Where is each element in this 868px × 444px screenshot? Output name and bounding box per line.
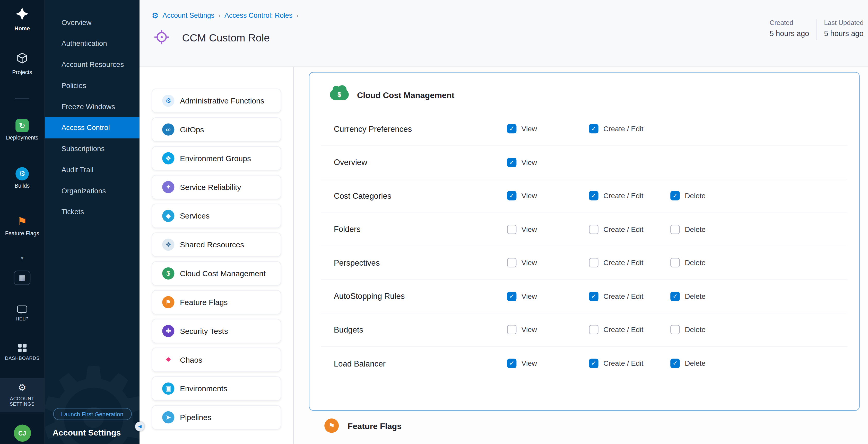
checkbox-create-edit-perspectives[interactable]	[589, 258, 598, 268]
chat-bubble-icon	[17, 305, 27, 313]
shared-resources-icon: ❖	[162, 239, 174, 251]
nav-help[interactable]: HELP	[5, 305, 39, 322]
permission-label: Currency Preferences	[334, 124, 507, 133]
module-selector-button[interactable]: ▦	[14, 271, 31, 285]
module-item-administrative-functions[interactable]: ⚙Administrative Functions	[152, 89, 281, 113]
cloud-cost-management-icon: $	[162, 267, 174, 280]
module-list: ⚙Administrative Functions∞GitOps❖Environ…	[140, 67, 293, 430]
permission-cell: Delete	[670, 325, 847, 335]
checkbox-create-edit-currency-preferences[interactable]: ✓	[589, 124, 598, 134]
checkbox-create-edit-budgets[interactable]	[589, 325, 598, 335]
permission-cell: ✓Create / Edit	[589, 292, 670, 301]
sidebar-item-overview[interactable]: Overview	[45, 12, 140, 33]
module-item-environments[interactable]: ▣Environments	[152, 376, 281, 401]
sidebar-item-authentication[interactable]: Authentication	[45, 33, 140, 54]
feature-flags-section-title: Feature Flags	[348, 421, 402, 431]
nav-projects-label: Projects	[12, 69, 32, 76]
nav-deployments[interactable]: ↻ Deployments	[6, 119, 38, 141]
module-item-environment-groups[interactable]: ❖Environment Groups	[152, 146, 281, 171]
checkbox-view-overview[interactable]: ✓	[507, 158, 517, 167]
module-item-gitops[interactable]: ∞GitOps	[152, 117, 281, 142]
nav-projects[interactable]: Projects	[12, 51, 32, 76]
nav-dashboards[interactable]: DASHBOARDS	[5, 344, 39, 361]
checkbox-delete-autostopping-rules[interactable]: ✓	[670, 292, 680, 301]
nav-account-settings[interactable]: ⚙ ACCOUNT SETTINGS	[0, 378, 44, 412]
checkbox-view-load-balancer[interactable]: ✓	[507, 359, 517, 368]
checkbox-view-folders[interactable]	[507, 225, 517, 234]
apps-grid-icon: ▦	[19, 273, 26, 282]
rail-divider	[15, 98, 29, 99]
permission-rows: Currency Preferences✓View✓Create / EditO…	[309, 113, 859, 380]
sidebar-item-freeze-windows[interactable]: Freeze Windows	[45, 96, 140, 117]
sidebar-item-audit-trail[interactable]: Audit Trail	[45, 159, 140, 181]
permission-column-label: View	[522, 292, 537, 300]
permission-cell: ✓View	[507, 191, 589, 200]
nav-home[interactable]: Home	[14, 7, 30, 32]
checkbox-delete-perspectives[interactable]	[670, 258, 680, 268]
sidebar-item-account-resources[interactable]: Account Resources	[45, 54, 140, 75]
checkbox-create-edit-cost-categories[interactable]: ✓	[589, 191, 598, 200]
meta-divider	[816, 19, 817, 40]
permission-column-label: Create / Edit	[603, 326, 643, 334]
module-panel: ⚙Administrative Functions∞GitOps❖Environ…	[140, 67, 294, 444]
chevron-down-icon[interactable]: ▼	[20, 255, 25, 260]
checkbox-create-edit-load-balancer[interactable]: ✓	[589, 359, 598, 368]
module-label: Service Reliability	[180, 183, 241, 191]
checkbox-create-edit-autostopping-rules[interactable]: ✓	[589, 292, 598, 301]
checkbox-view-autostopping-rules[interactable]: ✓	[507, 292, 517, 301]
breadcrumb-account-settings[interactable]: Account Settings	[162, 11, 214, 19]
nav-deployments-label: Deployments	[6, 135, 38, 141]
launch-first-generation-button[interactable]: Launch First Generation	[53, 408, 131, 420]
module-item-chaos[interactable]: ✸Chaos	[152, 348, 281, 372]
checkbox-view-currency-preferences[interactable]: ✓	[507, 124, 517, 134]
feature-flags-section-header: ⚑ Feature Flags	[324, 418, 402, 433]
permission-cell: ✓View	[507, 292, 589, 301]
module-item-shared-resources[interactable]: ❖Shared Resources	[152, 232, 281, 257]
checkbox-delete-folders[interactable]	[670, 225, 680, 234]
module-item-feature-flags[interactable]: ⚑Feature Flags	[152, 290, 281, 315]
module-item-pipelines[interactable]: ➤Pipelines	[152, 405, 281, 430]
module-item-services[interactable]: ◆Services	[152, 203, 281, 228]
checkbox-view-budgets[interactable]	[507, 325, 517, 335]
checkbox-delete-budgets[interactable]	[670, 325, 680, 335]
sidebar-item-subscriptions[interactable]: Subscriptions	[45, 138, 140, 160]
sidebar-title: Account Settings	[45, 428, 140, 437]
sidebar-item-access-control[interactable]: Access Control	[45, 117, 140, 138]
permission-cell: ✓Create / Edit	[589, 124, 670, 134]
permission-label: AutoStopping Rules	[334, 292, 507, 300]
module-item-cloud-cost-management[interactable]: $Cloud Cost Management	[152, 261, 281, 286]
checkbox-view-perspectives[interactable]	[507, 258, 517, 268]
nav-feature-flags[interactable]: ⚑ Feature Flags	[5, 215, 39, 237]
sidebar-item-organizations[interactable]: Organizations	[45, 181, 140, 201]
ccm-permissions-card: $ Cloud Cost Management Currency Prefere…	[309, 72, 860, 411]
security-tests-icon: ✚	[162, 325, 174, 337]
breadcrumb-access-control-roles[interactable]: Access Control: Roles	[224, 11, 292, 19]
checkbox-delete-cost-categories[interactable]: ✓	[670, 191, 680, 200]
permission-column-label: Delete	[685, 326, 706, 334]
permission-column-label: Delete	[685, 192, 706, 200]
header-meta: Created 5 hours ago Last Updated 5 hours…	[770, 19, 864, 40]
sidebar-collapse-button[interactable]: ◀	[135, 422, 145, 432]
permission-column-label: Create / Edit	[603, 125, 643, 133]
module-item-security-tests[interactable]: ✚Security Tests	[152, 319, 281, 343]
checkbox-delete-load-balancer[interactable]: ✓	[670, 359, 680, 368]
created-block: Created 5 hours ago	[770, 19, 809, 38]
module-item-service-reliability[interactable]: ✦Service Reliability	[152, 175, 281, 199]
permission-column-label: View	[522, 225, 537, 233]
module-rail: Home Projects ↻ Deployments ⚙ Builds ⚑ F…	[0, 0, 45, 444]
user-avatar[interactable]: CJ	[13, 424, 31, 442]
sidebar-item-policies[interactable]: Policies	[45, 75, 140, 96]
checkbox-create-edit-folders[interactable]	[589, 225, 598, 234]
nav-builds[interactable]: ⚙ Builds	[15, 167, 30, 189]
checkbox-view-cost-categories[interactable]: ✓	[507, 191, 517, 200]
permission-cell: ✓Delete	[670, 191, 847, 200]
environments-icon: ▣	[162, 382, 174, 394]
page-header: ⚙ Account Settings › Access Control: Rol…	[140, 0, 868, 67]
nav-feature-flags-label: Feature Flags	[5, 230, 39, 237]
content-area: $ Cloud Cost Management Currency Prefere…	[294, 67, 868, 444]
created-value: 5 hours ago	[770, 29, 809, 38]
module-label: Administrative Functions	[180, 96, 265, 105]
sidebar-item-tickets[interactable]: Tickets	[45, 201, 140, 223]
nav-home-label: Home	[14, 26, 30, 32]
module-label: Environment Groups	[180, 154, 251, 163]
